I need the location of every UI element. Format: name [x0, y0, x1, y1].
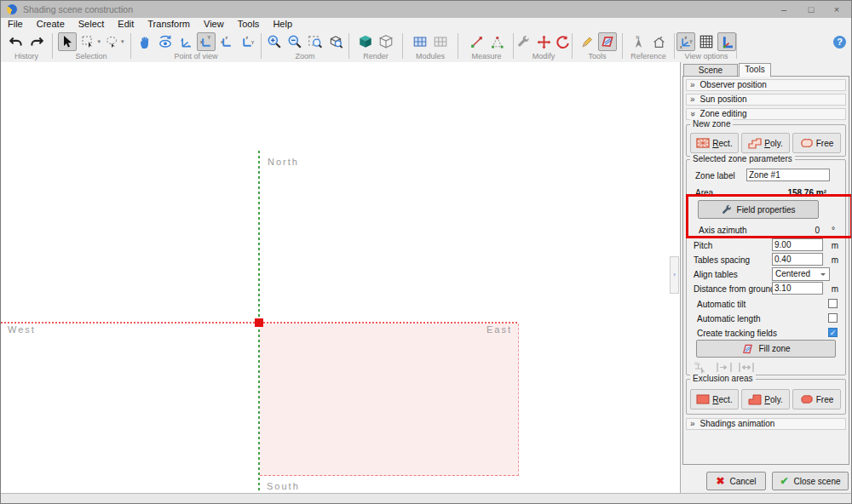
rect-select-dropdown[interactable]: ▾: [97, 38, 101, 45]
section-shadings-label: Shadings animation: [700, 419, 775, 428]
render-solid-button[interactable]: [356, 32, 375, 51]
measure-angle-button[interactable]: [487, 32, 506, 51]
chevron-right-icon: »: [690, 80, 695, 90]
section-zone-editing[interactable]: »Zone editing: [686, 108, 846, 120]
zoom-all-button[interactable]: [326, 32, 345, 51]
spacing-expand-tool-button[interactable]: [738, 362, 755, 375]
tab-scene-objects[interactable]: Scene objects: [683, 64, 738, 76]
svg-text:x: x: [221, 38, 223, 43]
rect-select-button[interactable]: [78, 32, 97, 51]
section-shadings-animation[interactable]: »Shadings animation: [686, 418, 846, 430]
exclusion-free-icon: [800, 394, 814, 404]
auto-tilt-checkbox[interactable]: [828, 299, 838, 308]
tracking-checkbox[interactable]: ✓: [828, 328, 838, 337]
show-origin-axes-button[interactable]: [717, 32, 736, 51]
toolbar-group-modify: Modify: [515, 31, 572, 61]
zy-view-button[interactable]: zY: [238, 32, 256, 51]
auto-length-checkbox[interactable]: [828, 313, 838, 323]
chevron-down-icon: »: [688, 112, 698, 117]
tables-spacing-input[interactable]: [772, 253, 823, 266]
help-button[interactable]: ?: [833, 36, 846, 49]
section-observer-position[interactable]: »Observer position: [686, 79, 846, 91]
lasso-select-button[interactable]: [102, 32, 121, 51]
zone-label-input[interactable]: [746, 169, 830, 181]
section-sun-position[interactable]: »Sun position: [686, 94, 846, 106]
menu-select[interactable]: Select: [72, 18, 112, 31]
show-grid-button[interactable]: [697, 32, 716, 51]
wireframe-cube-icon: [378, 34, 394, 49]
fill-zone-button[interactable]: Fill zone: [696, 340, 836, 358]
toolbar-label-zoom: Zoom: [263, 53, 347, 60]
lasso-select-dropdown[interactable]: ▾: [121, 38, 124, 45]
modules-hide-button[interactable]: [431, 32, 450, 51]
zoom-in-button[interactable]: [265, 32, 284, 51]
xz-view-button[interactable]: xz: [217, 32, 236, 51]
title-bar: Shading scene construction – □ ×: [1, 1, 851, 18]
distance-input[interactable]: [772, 282, 823, 295]
align-tables-select[interactable]: Centered: [772, 267, 830, 281]
show-axes-labels-button[interactable]: xzY: [676, 32, 695, 51]
menu-edit[interactable]: Edit: [111, 18, 141, 31]
exclusion-rect-label: Rect.: [712, 395, 732, 404]
field-properties-label: Field properties: [737, 205, 796, 215]
zone-origin-handle[interactable]: [255, 318, 263, 327]
new-zone-groupbox: New zone Rect. Poly. Free: [686, 124, 846, 157]
modify-properties-button[interactable]: [515, 32, 533, 51]
toolbar-group-modules: Modules: [405, 31, 456, 61]
tab-tools[interactable]: Tools: [739, 63, 771, 77]
redo-button[interactable]: [27, 32, 46, 51]
menu-create[interactable]: Create: [30, 18, 72, 31]
minimize-button[interactable]: –: [771, 1, 797, 18]
spacing-shrink-tool-button[interactable]: [716, 362, 733, 375]
undo-button[interactable]: [7, 32, 26, 51]
modify-move-button[interactable]: [535, 32, 553, 51]
measure-distance-button[interactable]: [467, 32, 486, 51]
close-scene-button[interactable]: ✔ Close scene: [772, 472, 849, 490]
tables-spacing-unit: m: [832, 255, 838, 265]
render-wireframe-button[interactable]: [377, 32, 395, 51]
building-reference-button[interactable]: [649, 32, 668, 51]
zone-tool-icon: [600, 34, 615, 49]
menu-file[interactable]: File: [1, 18, 30, 31]
xy-view-button[interactable]: xY: [197, 32, 216, 51]
modify-rotate-button[interactable]: [554, 32, 572, 51]
solid-cube-icon: [358, 34, 373, 49]
status-bar: Grid cell size: 1.00 m Geographical - To…: [1, 493, 851, 504]
orbit-view-button[interactable]: [156, 32, 175, 51]
area-value: 158.76 m²: [787, 188, 826, 198]
cancel-button[interactable]: ✖ Cancel: [706, 472, 766, 490]
field-properties-button[interactable]: Field properties: [698, 200, 819, 219]
svg-text:x: x: [200, 38, 203, 43]
zone-area-rect[interactable]: [260, 324, 519, 476]
zy-plane-icon: zY: [240, 35, 255, 49]
exclusion-rect-button[interactable]: Rect.: [690, 389, 739, 410]
close-button[interactable]: ×: [824, 1, 849, 18]
maximize-button[interactable]: □: [798, 1, 824, 18]
panel-collapse-handle[interactable]: ›: [670, 256, 679, 294]
zone-tool-button[interactable]: [598, 32, 617, 51]
pan-hand-button[interactable]: [135, 32, 154, 51]
fill-zone-icon: [741, 343, 754, 354]
menu-help[interactable]: Help: [266, 18, 299, 31]
spacing-expand-icon: [738, 362, 755, 373]
svg-text:z: z: [245, 35, 248, 40]
draw-object-button[interactable]: [578, 32, 596, 51]
section-sun-label: Sun position: [700, 94, 747, 104]
menu-tools[interactable]: Tools: [231, 18, 267, 31]
select-arrow-button[interactable]: [58, 32, 77, 51]
toolbar-label-history: History: [3, 53, 50, 60]
toolbar-label-point-of-view: Point of view: [133, 53, 259, 60]
modules-show-button[interactable]: [411, 32, 429, 51]
exclusion-free-button[interactable]: Free: [792, 389, 841, 410]
axonometric-view-button[interactable]: [176, 32, 195, 51]
new-zone-poly-button[interactable]: Poly.: [741, 133, 790, 153]
new-zone-rect-button[interactable]: Rect.: [690, 133, 739, 153]
pitch-input[interactable]: [772, 238, 823, 251]
menu-transform[interactable]: Transform: [141, 18, 197, 31]
zoom-out-button[interactable]: [285, 32, 304, 51]
compass-reference-button[interactable]: N: [629, 32, 648, 51]
exclusion-poly-button[interactable]: Poly.: [741, 389, 790, 410]
menu-view[interactable]: View: [197, 18, 231, 31]
new-zone-free-button[interactable]: Free: [792, 133, 841, 153]
zoom-region-button[interactable]: [306, 32, 325, 51]
